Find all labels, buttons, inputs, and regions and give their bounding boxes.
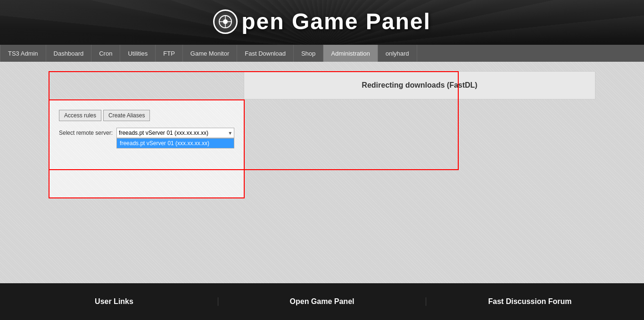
footer: User Links Open Game Panel Fast Discussi… (0, 283, 644, 320)
nav-cron[interactable]: Cron (91, 45, 120, 62)
nav-ftp[interactable]: FTP (156, 45, 183, 62)
nav-fastdownload[interactable]: Fast Download (237, 45, 294, 62)
nav-utilities[interactable]: Utilities (120, 45, 156, 62)
footer-forum-title: Fast Discussion Forum (436, 297, 624, 306)
dropdown-open: freeads.pt vServer 01 (xxx.xx.xx.xx) (116, 138, 234, 148)
left-panel: Access rules Create Aliases Select remot… (49, 99, 245, 198)
logo-icon (213, 9, 238, 34)
main-content: Access rules Create Aliases Select remot… (0, 62, 644, 283)
access-rules-button[interactable]: Access rules (59, 110, 101, 121)
footer-divider-2 (426, 297, 426, 306)
nav-gamemonitor[interactable]: Game Monitor (183, 45, 237, 62)
server-select[interactable]: freeads.pt vServer 01 (xxx.xx.xx.xx) (116, 128, 234, 138)
footer-divider-1 (218, 297, 218, 306)
content-wrapper: Access rules Create Aliases Select remot… (39, 71, 605, 198)
page-title-box: Redirecting downloads (FastDL) (244, 71, 595, 99)
page-title: Redirecting downloads (FastDL) (362, 81, 477, 90)
header-title: pen Game Panel (0, 8, 644, 34)
footer-forum: Fast Discussion Forum (436, 297, 624, 306)
header: pen Game Panel (0, 0, 644, 45)
server-select-wrapper: freeads.pt vServer 01 (xxx.xx.xx.xx) ▼ f… (116, 128, 234, 138)
nav-dashboard[interactable]: Dashboard (46, 45, 92, 62)
main-nav: TS3 Admin Dashboard Cron Utilities FTP G… (0, 45, 644, 62)
footer-ogp-title: Open Game Panel (228, 297, 416, 306)
create-aliases-button[interactable]: Create Aliases (103, 110, 150, 121)
footer-user-links-title: User Links (20, 297, 208, 306)
footer-user-links: User Links (20, 297, 208, 306)
dropdown-option-1[interactable]: freeads.pt vServer 01 (xxx.xx.xx.xx) (117, 139, 234, 148)
nav-user[interactable]: onlyhard (378, 45, 417, 62)
tab-buttons: Access rules Create Aliases (59, 110, 234, 121)
app-title: pen Game Panel (241, 8, 430, 34)
server-select-label: Select remote server: (59, 130, 113, 136)
right-content: Redirecting downloads (FastDL) (244, 71, 595, 198)
nav-shop[interactable]: Shop (294, 45, 323, 62)
nav-ts3admin[interactable]: TS3 Admin (0, 45, 46, 62)
server-select-row: Select remote server: freeads.pt vServer… (59, 128, 234, 138)
footer-ogp: Open Game Panel (228, 297, 416, 306)
nav-administration[interactable]: Administration (323, 45, 378, 62)
